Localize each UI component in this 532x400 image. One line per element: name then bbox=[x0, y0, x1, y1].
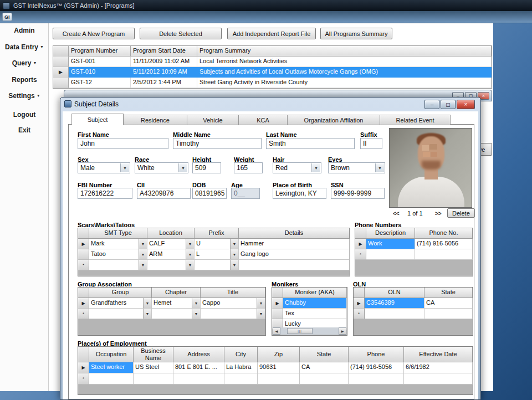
smt-location-cell[interactable]: ▼ bbox=[147, 260, 195, 270]
smt-prefix-cell[interactable]: U▼ bbox=[195, 239, 239, 249]
address-cell[interactable] bbox=[173, 373, 224, 384]
maximize-button[interactable]: ◻ bbox=[441, 100, 456, 109]
smt-row[interactable]: Tatoo▼ ARM▼ L▼ Gang logo bbox=[78, 249, 350, 260]
current-row-marker[interactable]: ▶ bbox=[53, 67, 69, 78]
col-header-location[interactable]: Location bbox=[147, 228, 195, 239]
tab-kca[interactable]: KCA bbox=[239, 115, 288, 125]
chevron-down-icon[interactable]: ▼ bbox=[143, 298, 151, 308]
weight-field[interactable]: 165 bbox=[234, 162, 263, 173]
effective-date-cell[interactable] bbox=[404, 373, 473, 384]
city-cell[interactable]: La Habra bbox=[224, 362, 258, 373]
cii-field[interactable]: A43209876 bbox=[137, 188, 191, 199]
col-header-phone-no[interactable]: Phone No. bbox=[415, 228, 473, 239]
chevron-down-icon[interactable]: ▼ bbox=[257, 309, 265, 319]
eyes-select[interactable]: Brown▼ bbox=[328, 162, 385, 173]
col-header-prefix[interactable]: Prefix bbox=[195, 228, 239, 239]
business-cell[interactable]: US Steel bbox=[134, 362, 173, 373]
col-header-state[interactable]: State bbox=[424, 288, 473, 298]
moniker-cell[interactable]: Chubby bbox=[283, 298, 347, 309]
employment-new-row[interactable]: * bbox=[78, 373, 473, 384]
smt-type-cell[interactable]: Tatoo▼ bbox=[89, 249, 147, 260]
minimize-button[interactable]: – bbox=[424, 100, 439, 109]
new-row-marker[interactable]: * bbox=[78, 260, 89, 270]
col-header-effective-date[interactable]: Effective Date bbox=[404, 347, 473, 362]
col-header-oln[interactable]: OLN bbox=[365, 288, 424, 298]
effective-date-cell[interactable]: 6/6/1982 bbox=[404, 362, 473, 373]
oln-cell[interactable] bbox=[365, 309, 424, 319]
row-selector[interactable] bbox=[272, 309, 283, 319]
row-selector[interactable] bbox=[53, 78, 69, 88]
smt-location-cell[interactable]: CALF▼ bbox=[147, 239, 195, 249]
current-row-marker[interactable]: ▶ bbox=[78, 298, 89, 309]
height-field[interactable]: 509 bbox=[192, 162, 221, 173]
phone-number-cell[interactable] bbox=[415, 249, 473, 260]
col-header-zip[interactable]: Zip bbox=[258, 347, 300, 362]
oln-state-cell[interactable]: CA bbox=[424, 298, 473, 309]
program-row-selected[interactable]: ▶ GST-010 5/11/2012 10:09 AM Subjects an… bbox=[53, 67, 492, 78]
current-row-marker[interactable]: ▶ bbox=[78, 362, 89, 373]
occupation-cell[interactable]: Steel worker bbox=[89, 362, 134, 373]
chevron-down-icon[interactable]: ▼ bbox=[375, 163, 384, 172]
col-header-group[interactable]: Group bbox=[89, 288, 152, 298]
smt-prefix-cell[interactable]: ▼ bbox=[195, 260, 239, 270]
zip-cell[interactable]: 90631 bbox=[258, 362, 300, 373]
fbi-number-field[interactable]: 172616222 bbox=[78, 188, 132, 199]
phone-description-cell[interactable] bbox=[366, 249, 415, 260]
chevron-down-icon[interactable]: ▼ bbox=[311, 163, 320, 172]
group-new-row[interactable]: * ▼ ▼ ▼ bbox=[78, 309, 265, 319]
zip-cell[interactable] bbox=[258, 373, 300, 384]
monikers-horizontal-scrollbar[interactable]: ◀ ||| ▶ bbox=[273, 327, 346, 335]
smt-location-cell[interactable]: ARM▼ bbox=[147, 249, 195, 260]
oln-row[interactable]: ▶ C3546389 CA bbox=[354, 298, 473, 309]
close-icon[interactable]: × bbox=[457, 100, 475, 109]
phone-number-cell[interactable]: (714) 916-5056 bbox=[415, 239, 473, 249]
sidebar-item-exit[interactable]: Exit bbox=[0, 126, 49, 134]
city-cell[interactable] bbox=[224, 373, 258, 384]
chevron-down-icon[interactable]: ▼ bbox=[139, 239, 147, 249]
col-header-state[interactable]: State bbox=[300, 347, 349, 362]
state-cell[interactable] bbox=[300, 373, 349, 384]
new-row-marker[interactable]: * bbox=[354, 309, 365, 319]
smt-prefix-cell[interactable]: L▼ bbox=[195, 249, 239, 260]
phone-cell[interactable] bbox=[349, 373, 404, 384]
new-row-marker[interactable]: * bbox=[355, 249, 366, 260]
programs-summary-button[interactable]: All Programs Summary bbox=[320, 28, 392, 39]
new-row-marker[interactable]: * bbox=[78, 373, 89, 384]
current-row-marker[interactable]: ▶ bbox=[78, 239, 89, 249]
chevron-down-icon[interactable]: ▼ bbox=[186, 260, 194, 270]
current-row-marker[interactable]: ▶ bbox=[354, 298, 365, 309]
new-row-marker[interactable]: * bbox=[78, 309, 89, 319]
suffix-field[interactable]: II bbox=[360, 138, 382, 149]
chevron-down-icon[interactable]: ▼ bbox=[192, 309, 200, 319]
chevron-down-icon[interactable]: ▼ bbox=[178, 163, 187, 172]
col-header-program-number[interactable]: Program Number bbox=[69, 46, 131, 57]
col-header-occupation[interactable]: Occupation bbox=[89, 347, 134, 362]
chevron-down-icon[interactable]: ▼ bbox=[139, 260, 147, 270]
smt-details-cell[interactable]: Hammer bbox=[239, 239, 350, 249]
current-row-marker[interactable]: ▶ bbox=[355, 239, 366, 249]
dob-field[interactable]: 08191965 bbox=[192, 188, 227, 199]
sidebar-item-reports[interactable]: Reports bbox=[0, 76, 49, 84]
smt-row[interactable]: ▶ Mark▼ CALF▼ U▼ Hammer bbox=[78, 239, 350, 249]
sidebar-item-admin[interactable]: Admin bbox=[0, 27, 49, 34]
tab-related-event[interactable]: Related Event bbox=[380, 115, 451, 125]
add-report-button[interactable]: Add Independent Report File bbox=[227, 28, 316, 39]
ssn-field[interactable]: 999-99-9999 bbox=[331, 188, 385, 199]
smt-new-row[interactable]: * ▼ ▼ ▼ bbox=[78, 260, 350, 270]
photo-delete-button[interactable]: Delete bbox=[447, 208, 475, 218]
col-header-chapter[interactable]: Chapter bbox=[152, 288, 201, 298]
phone-description-cell[interactable]: Work bbox=[366, 239, 415, 249]
place-of-birth-field[interactable]: Lexington, KY bbox=[273, 188, 326, 199]
chapter-cell[interactable]: ▼ bbox=[152, 309, 201, 319]
moniker-cell[interactable]: Tex bbox=[283, 309, 347, 319]
chevron-down-icon[interactable]: ▼ bbox=[186, 249, 194, 259]
sidebar-item-query[interactable]: Query▼ bbox=[0, 59, 49, 67]
row-selector[interactable] bbox=[78, 249, 89, 260]
col-header-phone[interactable]: Phone bbox=[349, 347, 404, 362]
business-cell[interactable] bbox=[134, 373, 173, 384]
col-header-city[interactable]: City bbox=[224, 347, 258, 362]
create-program-button[interactable]: Create A New Program bbox=[53, 28, 135, 39]
tab-subject[interactable]: Subject bbox=[71, 114, 124, 125]
current-row-marker[interactable]: ▶ bbox=[272, 298, 283, 309]
employment-row[interactable]: ▶ Steel worker US Steel 801 E 801 E. ...… bbox=[78, 362, 473, 373]
